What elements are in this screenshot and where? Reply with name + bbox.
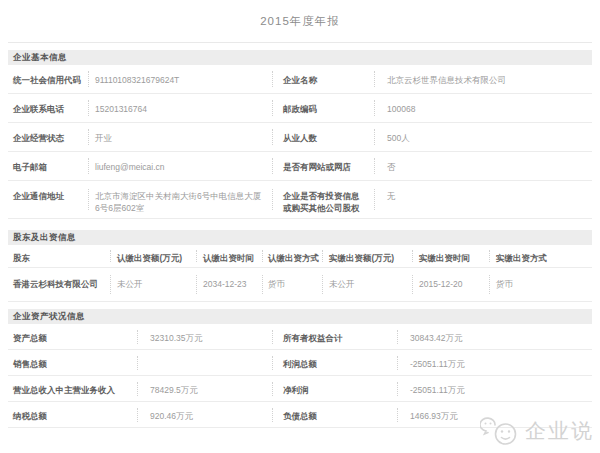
table-row: 企业联系电话 15201316764 邮政编码 100068	[8, 94, 592, 123]
field-label: 营业总收入中主营业务收入	[8, 376, 137, 401]
table-cell: 未公开	[322, 268, 412, 301]
table-cell: 2015-12-20	[412, 268, 489, 301]
column-header: 实缴出资额(万元)	[322, 245, 412, 267]
field-label: 销售总额	[8, 350, 137, 375]
field-label: 所有者权益合计	[272, 324, 397, 349]
table-cell: 2034-12-23	[196, 268, 262, 301]
brand-watermark: 企业说	[480, 414, 594, 448]
table-cell: 货币	[262, 268, 322, 301]
field-label: 企业是否有投资信息或购买其他公司股权	[272, 181, 374, 218]
field-value: 91110108321679624T	[88, 65, 272, 93]
table-cell: 货币	[489, 268, 592, 301]
shareholder-name: 香港云杉科技有限公司	[8, 268, 110, 301]
column-header: 认缴出资时间	[196, 245, 262, 267]
field-value: 否	[374, 152, 592, 180]
column-header: 认缴出资额(万元)	[110, 245, 196, 267]
field-label: 是否有网站或网店	[272, 152, 374, 180]
field-value: -25051.11万元	[397, 376, 592, 401]
field-value	[137, 350, 272, 375]
section-header-basic-info: 企业基本信息	[8, 50, 592, 65]
field-label: 从业人数	[272, 123, 374, 151]
brand-name: 企业说	[525, 417, 594, 445]
field-label: 负债总额	[272, 402, 397, 427]
field-label: 统一社会信用代码	[8, 65, 88, 93]
table-row: 统一社会信用代码 91110108321679624T 企业名称 北京云杉世界信…	[8, 65, 592, 94]
field-value: 开业	[88, 123, 272, 151]
field-label: 邮政编码	[272, 94, 374, 122]
chat-face-logo-icon	[480, 414, 520, 448]
field-label: 企业通信地址	[8, 181, 88, 218]
field-value: 500人	[374, 123, 592, 151]
field-value: -25051.11万元	[397, 350, 592, 375]
field-value: 920.46万元	[137, 402, 272, 427]
field-value: liufeng@meicai.cn	[88, 152, 272, 180]
field-label: 净利润	[272, 376, 397, 401]
field-value: 78429.5万元	[137, 376, 272, 401]
page-title: 2015年度年报	[8, 0, 592, 43]
table-row: 企业通信地址 北京市海淀区中关村南大街6号中电信息大厦6号6层602室 企业是否…	[8, 181, 592, 219]
table-row: 电子邮箱 liufeng@meicai.cn 是否有网站或网店 否	[8, 152, 592, 181]
field-value: 北京云杉世界信息技术有限公司	[374, 65, 592, 93]
section-header-shareholders: 股东及出资信息	[8, 230, 592, 245]
field-label: 企业名称	[272, 65, 374, 93]
field-value: 北京市海淀区中关村南大街6号中电信息大厦6号6层602室	[88, 181, 272, 218]
field-value: 30843.42万元	[397, 324, 592, 349]
column-header: 实缴出资时间	[412, 245, 489, 267]
field-value: 100068	[374, 94, 592, 122]
field-label: 电子邮箱	[8, 152, 88, 180]
report-page: 2015年度年报 企业基本信息 统一社会信用代码 911101083216796…	[8, 0, 592, 428]
field-label: 企业经营状态	[8, 123, 88, 151]
table-row: 资产总额 32310.35万元 所有者权益合计 30843.42万元	[8, 324, 592, 350]
field-label: 利润总额	[272, 350, 397, 375]
field-value: 无	[374, 181, 592, 218]
field-label: 资产总额	[8, 324, 137, 349]
table-header-row: 股东 认缴出资额(万元) 认缴出资时间 认缴出资方式 实缴出资额(万元) 实缴出…	[8, 245, 592, 268]
column-header: 股东	[8, 245, 110, 267]
table-cell: 未公开	[110, 268, 196, 301]
field-label: 企业联系电话	[8, 94, 88, 122]
field-value: 32310.35万元	[137, 324, 272, 349]
column-header: 认缴出资方式	[262, 245, 322, 267]
table-row: 销售总额 利润总额 -25051.11万元	[8, 350, 592, 376]
field-value: 15201316764	[88, 94, 272, 122]
table-row: 企业经营状态 开业 从业人数 500人	[8, 123, 592, 152]
column-header: 实缴出资方式	[489, 245, 592, 267]
section-header-assets: 企业资产状况信息	[8, 309, 592, 324]
table-row: 香港云杉科技有限公司 未公开 2034-12-23 货币 未公开 2015-12…	[8, 268, 592, 302]
field-label: 纳税总额	[8, 402, 137, 427]
table-row: 营业总收入中主营业务收入 78429.5万元 净利润 -25051.11万元	[8, 376, 592, 402]
